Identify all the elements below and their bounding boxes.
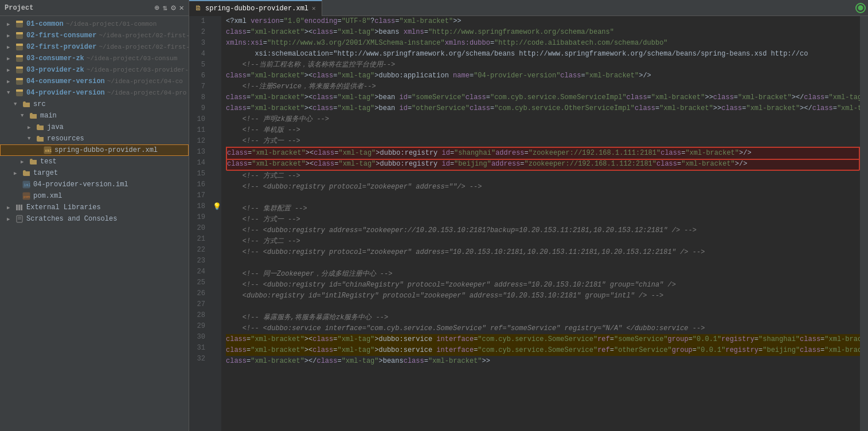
sidebar-item-scratches[interactable]: ▶Scratches and Consoles: [0, 213, 189, 225]
tree-arrow-resources: ▼: [28, 136, 36, 142]
code-line-5: <!--当前工程名称，该名称将在监控平台使用-->: [226, 60, 860, 70]
code-line-26: <dubbo:registry id="intlRegistry" protoc…: [226, 291, 860, 301]
sidebar-tree: ▶01-common~/idea-project/01-common▶02-fi…: [0, 16, 189, 431]
gutter-slot-4: [212, 49, 221, 60]
gutter-slot-28: [212, 310, 221, 321]
line-number-22: 22: [189, 245, 209, 256]
code-line-30: class="xml-bracket"><class="xml-tag">dub…: [226, 334, 860, 345]
gutter-slot-32: [212, 354, 221, 365]
gutter-slot-15: [212, 169, 221, 179]
sidebar-item-02-first-consumer[interactable]: ▶02-first-consumer~/idea-project/02-firs…: [0, 30, 189, 41]
gutter-slot-13: [212, 147, 221, 158]
tree-icon-folder-java: [36, 123, 45, 132]
code-line-9: class="xml-bracket"><class="xml-tag">bea…: [226, 103, 860, 114]
tree-arrow-02-first-provider: ▶: [7, 44, 15, 50]
code-line-6: class="xml-bracket"><class="xml-tag">dub…: [226, 70, 860, 81]
tree-arrow-java: ▶: [28, 124, 36, 131]
gutter-slot-7: [212, 81, 221, 92]
sidebar-item-pom[interactable]: pompom.xml: [0, 190, 189, 202]
tree-icon-module: [15, 77, 24, 86]
tree-icon-module: [15, 65, 24, 75]
tree-label-java: java: [47, 123, 64, 131]
tree-icon-folder: [22, 100, 31, 109]
tree-arrow-scratches: ▶: [7, 216, 15, 222]
tree-arrow-03-consumer-zk: ▶: [7, 56, 15, 62]
gutter-slot-24: [212, 267, 221, 277]
gutter-slot-3: [212, 38, 221, 49]
tree-arrow-04-provider-version: ▼: [7, 90, 15, 96]
gutter-slot-11: [212, 125, 221, 136]
sidebar-item-04-provider-version-iml[interactable]: iml04-provider-version.iml: [0, 179, 189, 190]
code-line-19: <!-- 方式一 -->: [226, 214, 860, 225]
line-numbers: 1234567891011121314151617181920212223242…: [189, 16, 212, 431]
gutter-slot-5: [212, 60, 221, 70]
line-number-19: 19: [189, 212, 209, 223]
sidebar-item-src[interactable]: ▼src: [0, 99, 189, 110]
sidebar-item-java[interactable]: ▶java: [0, 122, 189, 133]
svg-rect-1: [16, 21, 23, 23]
tree-label-02-first-provider: 02-first-provider~/idea-project/02-first…: [26, 43, 189, 51]
layout-icon[interactable]: ⇅: [163, 3, 167, 13]
editor-content: 1234567891011121314151617181920212223242…: [189, 16, 868, 431]
line-number-31: 31: [189, 343, 209, 354]
line-number-18: 18: [189, 201, 209, 212]
sidebar-item-02-first-provider[interactable]: ▶02-first-provider~/idea-project/02-firs…: [0, 41, 189, 53]
code-line-27: [226, 301, 860, 312]
gutter-slot-30: [212, 332, 221, 343]
sidebar-item-01-common[interactable]: ▶01-common~/idea-project/01-common: [0, 18, 189, 30]
tree-arrow-02-first-consumer: ▶: [7, 33, 15, 39]
code-line-23: [226, 258, 860, 269]
tab-close-icon[interactable]: ✕: [312, 5, 316, 12]
line-number-9: 9: [189, 103, 209, 114]
line-number-13: 13: [189, 147, 209, 158]
xml-file-icon: 🗎: [195, 4, 202, 13]
settings-icon[interactable]: ⚙: [171, 3, 175, 13]
tree-label-target: target: [33, 169, 58, 177]
code-line-14: class="xml-bracket"><class="xml-tag">dub…: [227, 159, 859, 170]
line-number-23: 23: [189, 256, 209, 267]
tree-icon-folder: [29, 111, 38, 120]
tree-label-04-provider-version: 04-provider-version~/idea-project/04-pro: [26, 89, 186, 97]
gutter-slot-20: [212, 223, 221, 234]
sidebar-item-target[interactable]: ▶target: [0, 167, 189, 179]
tree-arrow-external-libraries: ▶: [7, 205, 15, 211]
gutter-slot-29: [212, 321, 221, 332]
code-line-4: xsi:schemaLocation="http://www.springfra…: [226, 49, 860, 60]
tab-xml[interactable]: 🗎 spring-dubbo-provider.xml ✕: [189, 0, 322, 16]
tree-label-src: src: [33, 100, 46, 108]
sidebar-item-test[interactable]: ▶test: [0, 156, 189, 167]
tree-label-03-consumer-zk: 03-consumer-zk~/idea-project/03-consum: [26, 54, 177, 62]
code-line-15: <!-- 方式二 -->: [226, 171, 860, 182]
line-number-30: 30: [189, 332, 209, 343]
tree-icon-module: [15, 88, 24, 97]
line-number-10: 10: [189, 114, 209, 125]
chrome-icon[interactable]: ⬤: [855, 3, 866, 13]
gutter-slot-12: [212, 136, 221, 147]
svg-rect-3: [16, 32, 23, 34]
sidebar-item-04-consumer-version[interactable]: ▶04-consumer-version~/idea-project/04-co: [0, 76, 189, 87]
tree-icon-folder: [36, 134, 45, 143]
svg-rect-21: [18, 205, 20, 210]
line-number-7: 7: [189, 81, 209, 92]
close-sidebar-icon[interactable]: ✕: [179, 3, 184, 13]
sidebar-item-03-provider-zk[interactable]: ▶03-provider-zk~/idea-project/03-provide…: [0, 64, 189, 76]
sidebar-item-03-consumer-zk[interactable]: ▶03-consumer-zk~/idea-project/03-consum: [0, 53, 189, 64]
sidebar-item-04-provider-version[interactable]: ▼04-provider-version~/idea-project/04-pr…: [0, 87, 189, 99]
sidebar-item-resources[interactable]: ▼resources: [0, 133, 189, 144]
globe-icon[interactable]: ⊕: [154, 3, 159, 13]
code-area[interactable]: <?xml version="1.0" encoding="UTF-8"?cla…: [221, 16, 860, 431]
tree-icon-iml: iml: [22, 180, 31, 189]
code-line-18: <!-- 集群配置 -->: [226, 203, 860, 214]
code-line-32: class="xml-bracket"></class="xml-tag">be…: [226, 356, 860, 367]
sidebar-item-external-libraries[interactable]: ▶External Libraries: [0, 202, 189, 213]
sidebar-item-spring-dubbo-provider[interactable]: xmlspring-dubbo-provider.xml: [0, 144, 189, 156]
line-number-15: 15: [189, 169, 209, 179]
gutter-slot-6: [212, 70, 221, 81]
bulb-icon-18[interactable]: 💡: [213, 202, 221, 211]
line-number-29: 29: [189, 321, 209, 332]
code-line-29: <!-- <dubbo:service interface="com.cyb.s…: [226, 323, 860, 334]
editor-area: 🗎 spring-dubbo-provider.xml ✕ ⬤ 12345678…: [189, 0, 868, 431]
svg-text:iml: iml: [24, 183, 30, 187]
code-line-7: <!--注册Service，将来服务的提供者-->: [226, 81, 860, 92]
sidebar-item-main[interactable]: ▼main: [0, 110, 189, 122]
